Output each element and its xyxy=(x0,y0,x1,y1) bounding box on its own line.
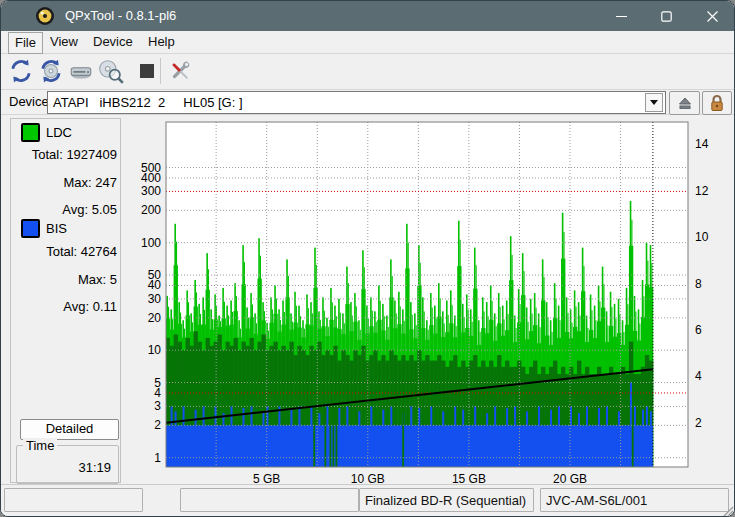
scan-disc-button[interactable] xyxy=(97,57,125,85)
svg-text:100: 100 xyxy=(141,236,161,250)
drive-icon xyxy=(68,58,94,84)
resize-grip[interactable] xyxy=(722,505,734,517)
close-button[interactable] xyxy=(689,1,735,31)
combobox-dropdown-button[interactable] xyxy=(645,93,663,112)
toolbar-separator xyxy=(160,58,161,84)
rescan-disc-button[interactable] xyxy=(37,57,65,85)
drive-info-button[interactable] xyxy=(67,57,95,85)
device-combobox-value: ATAPI iHBS212 2 HL05 [G: ] xyxy=(53,92,243,113)
svg-text:30: 30 xyxy=(148,292,162,306)
svg-text:12: 12 xyxy=(695,184,709,198)
rescan-disc-icon xyxy=(38,58,64,84)
app-icon xyxy=(35,6,55,26)
svg-text:4: 4 xyxy=(695,369,702,383)
refresh-icon xyxy=(8,58,34,84)
maximize-icon xyxy=(661,11,672,22)
toolbar xyxy=(1,54,735,90)
svg-text:2: 2 xyxy=(695,416,702,430)
ldc-label: LDC xyxy=(46,125,72,140)
device-combobox[interactable]: ATAPI iHBS212 2 HL05 [G: ] xyxy=(47,91,666,114)
time-groupbox: Time 31:19 xyxy=(16,445,119,484)
window-title: QPxTool - 0.8.1-pl6 xyxy=(65,1,176,31)
statusbar-section xyxy=(4,488,143,512)
svg-text:500: 500 xyxy=(141,161,161,175)
svg-text:8: 8 xyxy=(695,277,702,291)
maximize-button[interactable] xyxy=(644,1,689,31)
bis-color-swatch xyxy=(21,219,40,238)
svg-text:20: 20 xyxy=(148,311,162,325)
minimize-icon xyxy=(616,11,627,22)
statusbar-media-id: JVC-AM-S6L/001 xyxy=(540,488,729,512)
svg-text:50: 50 xyxy=(148,268,162,282)
bis-total: Total: 42764 xyxy=(19,244,117,259)
eject-icon xyxy=(677,95,693,111)
ldc-total: Total: 1927409 xyxy=(19,147,117,162)
device-label: Device: xyxy=(9,94,52,109)
tools-icon xyxy=(166,57,194,85)
minimize-button[interactable] xyxy=(599,1,644,31)
stop-button[interactable] xyxy=(133,57,161,85)
svg-text:300: 300 xyxy=(141,184,161,198)
svg-text:5: 5 xyxy=(154,376,161,390)
svg-text:2: 2 xyxy=(154,418,161,432)
time-label: Time xyxy=(23,438,57,453)
bis-max: Max: 5 xyxy=(19,272,117,287)
stats-panel: LDC Total: 1927409 Max: 247 Avg: 5.05 BI… xyxy=(10,118,121,483)
svg-text:1: 1 xyxy=(154,451,161,465)
menu-item-file[interactable]: File xyxy=(8,32,43,54)
eject-button[interactable] xyxy=(669,91,700,115)
disc-magnifier-icon xyxy=(97,58,125,84)
svg-text:3: 3 xyxy=(154,399,161,413)
svg-text:10: 10 xyxy=(148,343,162,357)
svg-text:200: 200 xyxy=(141,203,161,217)
chevron-down-icon xyxy=(650,100,658,105)
stop-icon xyxy=(140,64,154,78)
bis-label: BIS xyxy=(46,221,67,236)
statusbar-media-type: Finalized BD-R (Sequential) xyxy=(359,488,534,512)
ldc-max: Max: 247 xyxy=(19,175,117,190)
refresh-devices-button[interactable] xyxy=(7,57,35,85)
app-window: QPxTool - 0.8.1-pl6 File View Device Hel… xyxy=(0,0,735,517)
lock-icon xyxy=(709,94,725,112)
menu-item-help[interactable]: Help xyxy=(142,32,181,52)
statusbar-section xyxy=(180,488,359,512)
lock-button[interactable] xyxy=(702,91,732,115)
device-bar: Device: ATAPI iHBS212 2 HL05 [G: ] xyxy=(1,90,735,115)
quality-chart: 1234510203040501002003004005002468101214… xyxy=(123,114,735,488)
menubar: File View Device Help xyxy=(1,31,735,54)
svg-text:10: 10 xyxy=(695,230,709,244)
settings-button[interactable] xyxy=(166,57,194,85)
bis-avg: Avg: 0.11 xyxy=(19,299,117,314)
ldc-avg: Avg: 5.05 xyxy=(19,202,117,217)
close-icon xyxy=(707,11,718,22)
statusbar: Finalized BD-R (Sequential) JVC-AM-S6L/0… xyxy=(1,484,735,517)
time-value: 31:19 xyxy=(78,460,111,475)
svg-text:6: 6 xyxy=(695,323,702,337)
menu-item-view[interactable]: View xyxy=(44,32,84,52)
menu-item-device[interactable]: Device xyxy=(87,32,139,52)
titlebar[interactable]: QPxTool - 0.8.1-pl6 xyxy=(1,1,735,31)
detailed-button[interactable]: Detailed xyxy=(20,419,119,440)
svg-text:14: 14 xyxy=(695,137,709,151)
ldc-color-swatch xyxy=(21,123,40,142)
